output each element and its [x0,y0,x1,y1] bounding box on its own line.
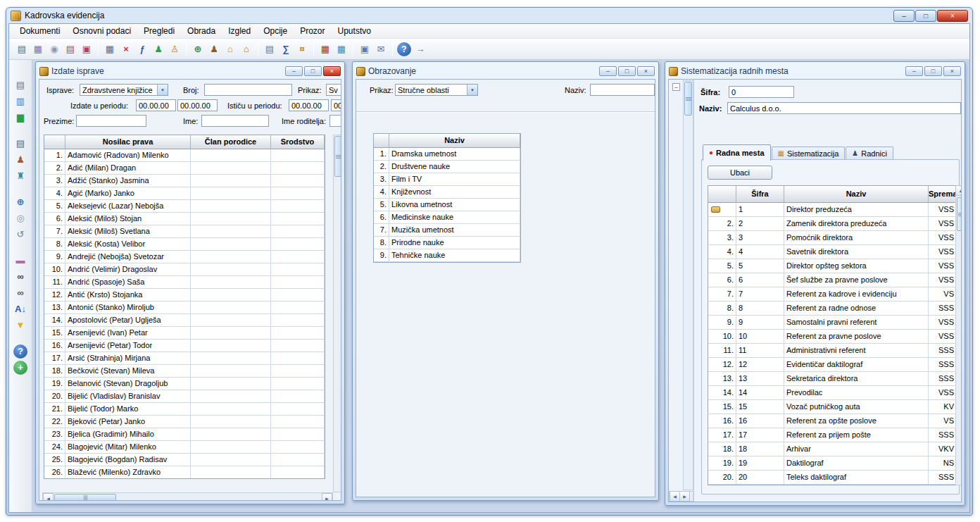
menu-item-2[interactable]: Pregledi [137,24,181,39]
table-row[interactable]: 13.13Sekretarica direktoraSSS [708,372,955,386]
mail-icon[interactable]: ✉ [374,42,388,56]
user-icon[interactable]: ♙ [168,42,182,56]
column-header[interactable] [374,134,389,148]
table-icon[interactable]: ▦ [334,42,348,56]
table-row[interactable]: 16.16Referent za opšte posloveVS [708,414,955,428]
menu-item-5[interactable]: Opcije [257,24,294,39]
column-header[interactable] [708,186,736,203]
broj-input[interactable] [204,84,292,96]
table-row[interactable]: 2.2Zamenik direktora preduzećaVSS [708,217,955,231]
table-row[interactable]: 22.Bjeković (Petar) Janko [44,416,325,428]
exit-icon[interactable]: → [413,42,427,56]
naziv-input[interactable] [590,84,655,96]
table-row[interactable]: 3.3Pomoćnik direktoraVSS [708,231,955,245]
globe-icon[interactable]: ⊕ [191,42,205,56]
table-row[interactable]: 12.Antić (Krsto) Stojanka [44,289,325,302]
table-row[interactable]: 5.Aleksejević (Lazar) Nebojša [44,200,325,213]
filter-icon[interactable]: ▼ [13,318,27,333]
team-icon[interactable]: ♟ [13,153,27,167]
table-row[interactable]: 14.Apostolović (Petar) Uglješa [44,314,325,327]
tab-1[interactable]: ▦Sistematizacija [772,147,846,160]
scroll-left-button[interactable] [43,493,54,501]
print-icon[interactable]: ▤ [13,78,27,92]
scroll-up-button[interactable] [955,185,962,196]
menu-item-7[interactable]: Uputstvo [332,24,377,39]
izdate-od-input[interactable] [136,99,176,111]
ime-input[interactable] [201,115,269,127]
table-row[interactable]: 14.14PrevodilacVSS [708,386,955,400]
scrollbar-thumb[interactable] [684,82,692,116]
scroll-right-button[interactable] [322,493,332,501]
ubaci-button[interactable]: Ubaci [708,166,772,180]
table-row[interactable]: 21.Bijelić (Todor) Marko [44,403,325,416]
table-row[interactable]: 7.Muzička umetnost [374,224,520,237]
tree-vertical-scrollbar[interactable] [683,80,693,490]
table-row[interactable]: 11.Andrić (Spasoje) Saša [44,276,325,289]
stop-icon[interactable]: ◎ [13,211,27,225]
scroll-left-button[interactable] [670,491,680,502]
scrollbar-thumb[interactable] [334,136,341,177]
table-row[interactable]: 9.Tehničke nauke [374,249,520,262]
table-row[interactable]: 24.Blagojević (Mitar) Milenko [44,441,325,454]
table-row[interactable]: 16.Arsenijević (Petar) Todor [44,340,325,352]
minimize-button[interactable]: – [285,66,303,76]
table-row[interactable]: 1.Adamović (Radovan) Milenko [44,149,325,162]
vertical-scrollbar[interactable] [955,185,962,485]
minimize-button[interactable]: – [599,66,617,76]
report-users-icon[interactable]: ▣ [80,42,94,56]
table-row[interactable]: 8.8Referent za radne odnoseSSS [708,302,955,316]
prezime-input[interactable] [76,115,146,127]
table-row[interactable]: 23.Bjelica (Gradimir) Mihailo [44,428,325,441]
document-red-icon[interactable]: ▤ [63,42,77,56]
currency-document-icon[interactable]: ¤ [295,42,309,56]
menu-item-3[interactable]: Obrada [181,24,222,39]
table-row[interactable]: 18.Bečković (Stevan) Mileva [44,365,325,378]
isticu-od-input[interactable] [289,99,329,111]
isprave-combo[interactable]: Zdravstvene knjižice [80,84,168,96]
tree-horizontal-scrollbar[interactable] [669,491,693,502]
prikaz-combo[interactable]: Stručne oblasti [395,84,478,96]
table-row[interactable]: 13.Antonić (Stanko) Miroljub [44,302,325,314]
table-row[interactable]: 6.Medicinske nauke [374,211,520,224]
table-row[interactable]: 2.Društvene nauke [374,161,520,173]
maximize-button[interactable]: □ [304,66,322,76]
table-row[interactable]: 19.Belanović (Stevan) Dragoljub [44,378,325,390]
table-row[interactable]: 9.Andrejić (Nebojša) Svetozar [44,251,325,263]
add-record-icon[interactable]: + [13,361,27,375]
network-icon[interactable]: ▣ [358,42,372,56]
find-document-icon[interactable]: ◉ [47,42,61,56]
table-row[interactable]: 5.Likovna umetnost [374,199,520,211]
table-row[interactable]: 9.9Samostalni pravni referentVSS [708,316,955,330]
column-header[interactable]: Srodstvo [271,135,325,149]
menu-item-0[interactable]: Dokumenti [13,24,66,39]
maximize-button[interactable]: □ [924,66,942,76]
table-row[interactable]: 4.Književnost [374,186,520,199]
calendar-icon[interactable]: ▦ [318,42,332,56]
column-header[interactable] [44,135,65,149]
stamp-icon[interactable]: ♜ [13,169,27,183]
help-icon[interactable]: ? [13,344,27,359]
tab-0[interactable]: ●Radna mesta [703,144,771,161]
print-preview-icon[interactable]: ▥ [13,94,27,108]
table-row[interactable]: 1.Dramska umetnost [374,148,520,161]
eraser-icon[interactable]: ▬ [13,254,27,268]
table-row[interactable]: 6.6Šef službe za pravne posloveVSS [708,273,955,287]
naziv-input[interactable] [727,102,961,114]
find-icon[interactable]: ∞ [13,270,27,284]
horizontal-scrollbar[interactable] [42,492,333,501]
institution-icon[interactable]: ⌂ [223,42,237,56]
table-row[interactable]: 20.20Teleks daktilografSSS [708,471,955,485]
minimize-button[interactable]: – [905,66,923,76]
column-header[interactable]: Sprema [929,186,956,203]
help-icon[interactable]: ? [397,42,411,56]
home-icon[interactable]: ⌂ [239,42,253,56]
table-row[interactable]: 8.Aleksić (Kosta) Velibor [44,238,325,251]
scrollbar-thumb[interactable] [54,494,116,501]
ime-roditelja-input[interactable] [329,115,341,127]
printer-setup-icon[interactable]: ▤ [13,137,27,151]
menu-item-4[interactable]: Izgled [222,24,257,39]
tab-2[interactable]: ♟Radnici [846,147,893,160]
table-row[interactable]: 3.Film i TV [374,173,520,186]
table-row[interactable]: 26.Blažević (Milenko) Zdravko [44,466,325,479]
delete-icon[interactable]: × [119,42,133,56]
